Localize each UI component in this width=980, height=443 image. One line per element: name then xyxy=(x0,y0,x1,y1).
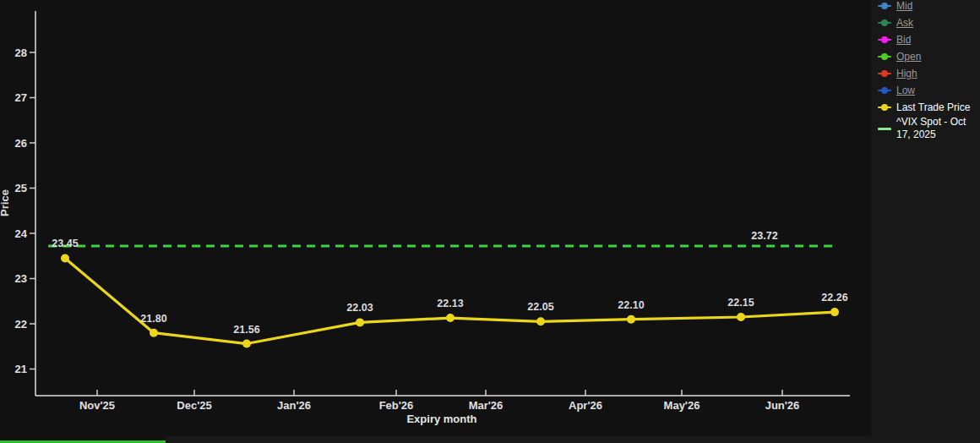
legend-item-vix-spot-oct-17-2025[interactable]: ^VIX Spot - Oct 17, 2025 xyxy=(878,116,978,141)
y-tick-label: 22 xyxy=(15,318,27,331)
y-tick-label: 27 xyxy=(15,91,27,104)
data-point-marker[interactable] xyxy=(536,317,545,325)
data-point-marker[interactable] xyxy=(627,315,635,324)
chart-legend: MidAskBidOpenHighLowLast Trade Price^VIX… xyxy=(871,0,980,443)
legend-item-label: High xyxy=(896,68,917,80)
legend-line-swatch xyxy=(878,124,891,133)
x-tick-label: Feb'26 xyxy=(379,399,414,412)
x-tick-label: Apr'26 xyxy=(569,399,602,412)
y-tick-label: 25 xyxy=(15,182,27,194)
data-point-label: 22.03 xyxy=(346,302,373,314)
legend-item-label: Bid xyxy=(896,34,911,46)
data-point-marker[interactable] xyxy=(61,254,69,262)
data-point-label: 22.26 xyxy=(821,292,847,304)
y-tick-label: 24 xyxy=(15,227,28,240)
chart-plot-region: 2122232425262728Nov'25Dec'25Jan'26Feb'26… xyxy=(0,0,871,443)
legend-item-label: ^VIX Spot - Oct 17, 2025 xyxy=(896,116,978,141)
spot-reference-line: 23.72 xyxy=(48,230,837,246)
x-tick-label: Nov'25 xyxy=(79,399,115,412)
spot-value-label: 23.72 xyxy=(751,230,777,242)
data-point-label: 22.13 xyxy=(437,298,463,309)
legend-marker-icon xyxy=(878,103,891,112)
legend-marker-icon xyxy=(878,36,891,44)
data-point-label: 22.05 xyxy=(527,301,553,313)
legend-item-label: Low xyxy=(896,85,915,97)
y-tick-label: 26 xyxy=(15,137,27,150)
legend-item-ask[interactable]: Ask xyxy=(878,14,978,31)
legend-marker-icon xyxy=(878,52,891,61)
data-point-label: 21.56 xyxy=(233,324,259,336)
axes: 2122232425262728Nov'25Dec'25Jan'26Feb'26… xyxy=(15,11,850,412)
data-point-marker[interactable] xyxy=(242,340,251,348)
legend-marker-icon xyxy=(878,19,891,27)
x-axis-title: Expiry month xyxy=(406,413,476,425)
data-point-label: 22.15 xyxy=(727,297,754,309)
bottom-green-divider xyxy=(0,440,166,443)
y-tick-label: 28 xyxy=(15,46,27,59)
y-tick-label: 23 xyxy=(15,272,27,285)
y-axis-title: Price xyxy=(0,189,11,216)
legend-marker-icon xyxy=(878,86,891,95)
legend-item-low[interactable]: Low xyxy=(878,82,978,99)
data-point-marker[interactable] xyxy=(830,308,839,316)
legend-item-label: Open xyxy=(896,51,921,63)
data-point-label: 21.80 xyxy=(140,313,166,325)
bottom-strip xyxy=(166,436,871,443)
data-point-marker[interactable] xyxy=(446,314,455,322)
x-tick-label: Jan'26 xyxy=(277,399,311,412)
legend-item-last-trade-price[interactable]: Last Trade Price xyxy=(878,99,978,116)
price-chart-svg: 2122232425262728Nov'25Dec'25Jan'26Feb'26… xyxy=(0,0,871,443)
data-point-label: 23.45 xyxy=(52,238,78,249)
legend-items: MidAskBidOpenHighLowLast Trade Price^VIX… xyxy=(878,0,978,141)
x-tick-label: Jun'26 xyxy=(765,399,800,412)
legend-marker-icon xyxy=(878,69,891,78)
x-tick-label: Mar'26 xyxy=(469,399,504,412)
legend-marker-icon xyxy=(878,2,891,10)
legend-item-label: Mid xyxy=(896,0,912,13)
legend-item-open[interactable]: Open xyxy=(878,48,978,65)
data-point-label: 22.10 xyxy=(618,299,644,311)
y-tick-label: 21 xyxy=(15,363,27,375)
data-point-marker[interactable] xyxy=(150,329,158,337)
last-trade-price-series: 23.4521.8021.5622.0322.1322.0522.1022.15… xyxy=(52,238,847,347)
legend-item-label: Last Trade Price xyxy=(896,101,970,114)
x-tick-label: Dec'25 xyxy=(177,399,211,412)
data-point-marker[interactable] xyxy=(737,313,745,321)
vix-futures-term-structure-chart: 2122232425262728Nov'25Dec'25Jan'26Feb'26… xyxy=(0,0,980,443)
x-tick-label: May'26 xyxy=(664,399,700,412)
legend-item-mid[interactable]: Mid xyxy=(878,0,978,14)
data-point-marker[interactable] xyxy=(356,318,364,326)
legend-item-high[interactable]: High xyxy=(878,65,978,82)
legend-item-label: Ask xyxy=(896,17,913,30)
legend-item-bid[interactable]: Bid xyxy=(878,31,978,48)
